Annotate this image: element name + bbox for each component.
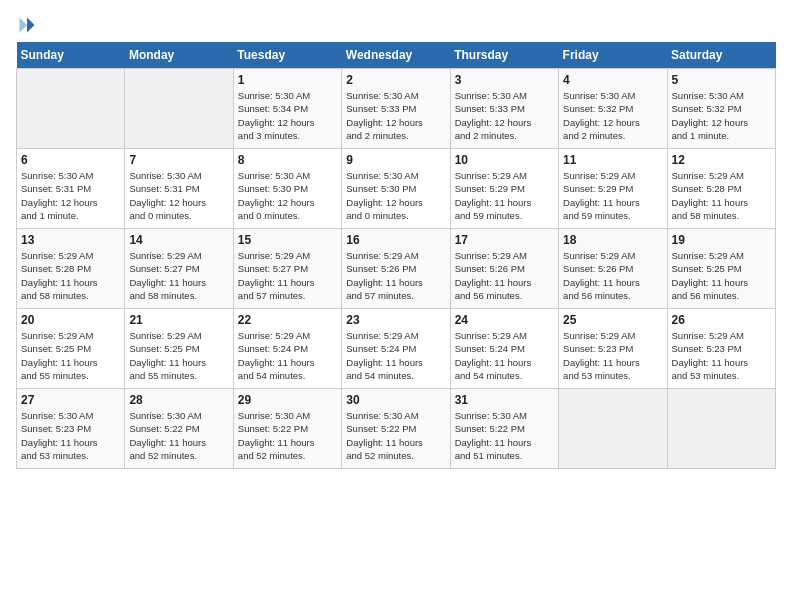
day-info: Sunrise: 5:29 AM Sunset: 5:25 PM Dayligh… <box>21 329 120 382</box>
calendar-cell: 22Sunrise: 5:29 AM Sunset: 5:24 PM Dayli… <box>233 309 341 389</box>
day-info: Sunrise: 5:30 AM Sunset: 5:31 PM Dayligh… <box>21 169 120 222</box>
day-number: 1 <box>238 73 337 87</box>
calendar-cell: 5Sunrise: 5:30 AM Sunset: 5:32 PM Daylig… <box>667 69 775 149</box>
calendar-cell: 6Sunrise: 5:30 AM Sunset: 5:31 PM Daylig… <box>17 149 125 229</box>
day-number: 10 <box>455 153 554 167</box>
day-number: 17 <box>455 233 554 247</box>
day-info: Sunrise: 5:30 AM Sunset: 5:30 PM Dayligh… <box>238 169 337 222</box>
calendar-cell: 28Sunrise: 5:30 AM Sunset: 5:22 PM Dayli… <box>125 389 233 469</box>
day-info: Sunrise: 5:29 AM Sunset: 5:24 PM Dayligh… <box>238 329 337 382</box>
day-info: Sunrise: 5:30 AM Sunset: 5:31 PM Dayligh… <box>129 169 228 222</box>
day-number: 9 <box>346 153 445 167</box>
day-number: 11 <box>563 153 662 167</box>
calendar-cell: 11Sunrise: 5:29 AM Sunset: 5:29 PM Dayli… <box>559 149 667 229</box>
calendar-cell <box>667 389 775 469</box>
day-number: 27 <box>21 393 120 407</box>
day-info: Sunrise: 5:29 AM Sunset: 5:27 PM Dayligh… <box>238 249 337 302</box>
header-monday: Monday <box>125 42 233 69</box>
calendar-header-row: SundayMondayTuesdayWednesdayThursdayFrid… <box>17 42 776 69</box>
day-info: Sunrise: 5:30 AM Sunset: 5:33 PM Dayligh… <box>346 89 445 142</box>
calendar-cell: 9Sunrise: 5:30 AM Sunset: 5:30 PM Daylig… <box>342 149 450 229</box>
calendar-cell: 18Sunrise: 5:29 AM Sunset: 5:26 PM Dayli… <box>559 229 667 309</box>
header-saturday: Saturday <box>667 42 775 69</box>
day-number: 3 <box>455 73 554 87</box>
calendar-cell: 7Sunrise: 5:30 AM Sunset: 5:31 PM Daylig… <box>125 149 233 229</box>
calendar-cell: 1Sunrise: 5:30 AM Sunset: 5:34 PM Daylig… <box>233 69 341 149</box>
day-number: 30 <box>346 393 445 407</box>
day-number: 20 <box>21 313 120 327</box>
day-number: 16 <box>346 233 445 247</box>
calendar-cell: 17Sunrise: 5:29 AM Sunset: 5:26 PM Dayli… <box>450 229 558 309</box>
calendar-cell: 23Sunrise: 5:29 AM Sunset: 5:24 PM Dayli… <box>342 309 450 389</box>
calendar-cell: 3Sunrise: 5:30 AM Sunset: 5:33 PM Daylig… <box>450 69 558 149</box>
day-number: 19 <box>672 233 771 247</box>
calendar-cell <box>125 69 233 149</box>
day-info: Sunrise: 5:29 AM Sunset: 5:25 PM Dayligh… <box>672 249 771 302</box>
day-info: Sunrise: 5:29 AM Sunset: 5:24 PM Dayligh… <box>346 329 445 382</box>
day-info: Sunrise: 5:29 AM Sunset: 5:29 PM Dayligh… <box>563 169 662 222</box>
calendar-cell: 2Sunrise: 5:30 AM Sunset: 5:33 PM Daylig… <box>342 69 450 149</box>
calendar-cell: 14Sunrise: 5:29 AM Sunset: 5:27 PM Dayli… <box>125 229 233 309</box>
day-info: Sunrise: 5:30 AM Sunset: 5:22 PM Dayligh… <box>129 409 228 462</box>
header-friday: Friday <box>559 42 667 69</box>
day-number: 4 <box>563 73 662 87</box>
day-number: 14 <box>129 233 228 247</box>
svg-marker-0 <box>27 18 35 33</box>
day-info: Sunrise: 5:30 AM Sunset: 5:30 PM Dayligh… <box>346 169 445 222</box>
logo-icon <box>18 16 36 34</box>
day-number: 29 <box>238 393 337 407</box>
day-number: 8 <box>238 153 337 167</box>
day-info: Sunrise: 5:29 AM Sunset: 5:24 PM Dayligh… <box>455 329 554 382</box>
day-number: 12 <box>672 153 771 167</box>
day-info: Sunrise: 5:29 AM Sunset: 5:23 PM Dayligh… <box>672 329 771 382</box>
day-number: 28 <box>129 393 228 407</box>
day-number: 21 <box>129 313 228 327</box>
calendar-cell: 30Sunrise: 5:30 AM Sunset: 5:22 PM Dayli… <box>342 389 450 469</box>
day-number: 25 <box>563 313 662 327</box>
day-number: 26 <box>672 313 771 327</box>
header-sunday: Sunday <box>17 42 125 69</box>
day-info: Sunrise: 5:30 AM Sunset: 5:34 PM Dayligh… <box>238 89 337 142</box>
calendar-cell: 13Sunrise: 5:29 AM Sunset: 5:28 PM Dayli… <box>17 229 125 309</box>
calendar-cell: 15Sunrise: 5:29 AM Sunset: 5:27 PM Dayli… <box>233 229 341 309</box>
calendar-cell: 12Sunrise: 5:29 AM Sunset: 5:28 PM Dayli… <box>667 149 775 229</box>
calendar-cell <box>17 69 125 149</box>
calendar-cell: 25Sunrise: 5:29 AM Sunset: 5:23 PM Dayli… <box>559 309 667 389</box>
calendar-cell: 20Sunrise: 5:29 AM Sunset: 5:25 PM Dayli… <box>17 309 125 389</box>
day-info: Sunrise: 5:30 AM Sunset: 5:32 PM Dayligh… <box>563 89 662 142</box>
day-number: 2 <box>346 73 445 87</box>
logo <box>16 16 36 34</box>
day-info: Sunrise: 5:29 AM Sunset: 5:29 PM Dayligh… <box>455 169 554 222</box>
day-number: 7 <box>129 153 228 167</box>
calendar-table: SundayMondayTuesdayWednesdayThursdayFrid… <box>16 42 776 469</box>
day-number: 18 <box>563 233 662 247</box>
day-number: 15 <box>238 233 337 247</box>
day-info: Sunrise: 5:29 AM Sunset: 5:26 PM Dayligh… <box>346 249 445 302</box>
day-number: 13 <box>21 233 120 247</box>
calendar-week-1: 1Sunrise: 5:30 AM Sunset: 5:34 PM Daylig… <box>17 69 776 149</box>
day-info: Sunrise: 5:29 AM Sunset: 5:28 PM Dayligh… <box>21 249 120 302</box>
header-wednesday: Wednesday <box>342 42 450 69</box>
day-info: Sunrise: 5:30 AM Sunset: 5:33 PM Dayligh… <box>455 89 554 142</box>
calendar-week-5: 27Sunrise: 5:30 AM Sunset: 5:23 PM Dayli… <box>17 389 776 469</box>
calendar-cell: 10Sunrise: 5:29 AM Sunset: 5:29 PM Dayli… <box>450 149 558 229</box>
day-number: 5 <box>672 73 771 87</box>
calendar-week-2: 6Sunrise: 5:30 AM Sunset: 5:31 PM Daylig… <box>17 149 776 229</box>
calendar-week-4: 20Sunrise: 5:29 AM Sunset: 5:25 PM Dayli… <box>17 309 776 389</box>
day-info: Sunrise: 5:29 AM Sunset: 5:26 PM Dayligh… <box>455 249 554 302</box>
day-number: 24 <box>455 313 554 327</box>
calendar-cell <box>559 389 667 469</box>
day-info: Sunrise: 5:29 AM Sunset: 5:28 PM Dayligh… <box>672 169 771 222</box>
calendar-week-3: 13Sunrise: 5:29 AM Sunset: 5:28 PM Dayli… <box>17 229 776 309</box>
calendar-cell: 29Sunrise: 5:30 AM Sunset: 5:22 PM Dayli… <box>233 389 341 469</box>
header-thursday: Thursday <box>450 42 558 69</box>
calendar-cell: 4Sunrise: 5:30 AM Sunset: 5:32 PM Daylig… <box>559 69 667 149</box>
day-info: Sunrise: 5:29 AM Sunset: 5:27 PM Dayligh… <box>129 249 228 302</box>
calendar-cell: 21Sunrise: 5:29 AM Sunset: 5:25 PM Dayli… <box>125 309 233 389</box>
svg-marker-1 <box>20 18 28 33</box>
day-number: 31 <box>455 393 554 407</box>
day-info: Sunrise: 5:29 AM Sunset: 5:23 PM Dayligh… <box>563 329 662 382</box>
day-number: 6 <box>21 153 120 167</box>
day-info: Sunrise: 5:29 AM Sunset: 5:25 PM Dayligh… <box>129 329 228 382</box>
day-info: Sunrise: 5:30 AM Sunset: 5:22 PM Dayligh… <box>455 409 554 462</box>
